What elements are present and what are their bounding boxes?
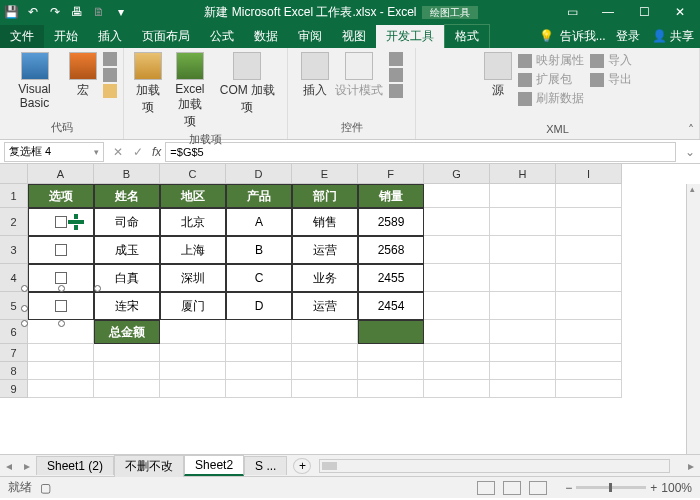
cell[interactable]	[490, 362, 556, 380]
cell[interactable]	[226, 362, 292, 380]
cell[interactable]	[358, 380, 424, 398]
visual-basic-button[interactable]: Visual Basic	[6, 52, 63, 110]
cell[interactable]	[292, 362, 358, 380]
cell[interactable]	[94, 344, 160, 362]
row-header-7[interactable]: 7	[0, 344, 28, 362]
vertical-scrollbar[interactable]	[686, 184, 700, 454]
row-header-8[interactable]: 8	[0, 362, 28, 380]
menu-tell-me[interactable]: 告诉我...	[556, 25, 610, 48]
refresh-data-button[interactable]: 刷新数据	[518, 90, 584, 107]
cell[interactable]	[490, 320, 556, 344]
cell-dept[interactable]: 业务	[292, 264, 358, 292]
scroll-right-icon[interactable]: ▸	[682, 459, 700, 473]
cell-sales[interactable]: 2568	[358, 236, 424, 264]
cell[interactable]	[490, 380, 556, 398]
cell[interactable]	[424, 292, 490, 320]
fx-icon[interactable]: fx	[152, 145, 161, 159]
cell[interactable]	[28, 320, 94, 344]
menu-review[interactable]: 审阅	[288, 25, 332, 48]
header-name[interactable]: 姓名	[94, 184, 160, 208]
formula-bar[interactable]: =$G$5	[165, 142, 676, 162]
cell[interactable]	[424, 236, 490, 264]
menu-format[interactable]: 格式	[444, 24, 490, 49]
cell[interactable]	[424, 264, 490, 292]
qat-dropdown-icon[interactable]: ▾	[114, 5, 128, 19]
cell[interactable]	[556, 320, 622, 344]
cell-product[interactable]: B	[226, 236, 292, 264]
checkbox-cell[interactable]	[28, 264, 94, 292]
cell[interactable]	[292, 344, 358, 362]
checkbox-icon[interactable]	[55, 216, 67, 228]
view-code-button[interactable]	[389, 68, 403, 82]
map-properties-button[interactable]: 映射属性	[518, 52, 584, 69]
cell[interactable]	[490, 264, 556, 292]
menu-share[interactable]: 👤 共享	[646, 25, 700, 48]
cell[interactable]	[490, 208, 556, 236]
cell-dept[interactable]: 运营	[292, 236, 358, 264]
menu-home[interactable]: 开始	[44, 25, 88, 48]
select-all-corner[interactable]	[0, 164, 28, 184]
cell[interactable]	[490, 184, 556, 208]
sheet-tab[interactable]: S ...	[244, 456, 287, 475]
cell[interactable]	[160, 320, 226, 344]
cell[interactable]	[226, 380, 292, 398]
cell[interactable]	[160, 344, 226, 362]
col-header-a[interactable]: A	[28, 164, 94, 184]
col-header-f[interactable]: F	[358, 164, 424, 184]
relative-ref-button[interactable]	[103, 68, 117, 82]
cell[interactable]	[358, 344, 424, 362]
xml-source-button[interactable]: 源	[484, 52, 512, 99]
col-header-c[interactable]: C	[160, 164, 226, 184]
cell[interactable]	[556, 264, 622, 292]
excel-addins-button[interactable]: Excel 加载项	[172, 52, 208, 130]
menu-developer[interactable]: 开发工具	[376, 25, 444, 48]
cell-region[interactable]: 上海	[160, 236, 226, 264]
normal-view-icon[interactable]	[477, 481, 495, 495]
menu-formula[interactable]: 公式	[200, 25, 244, 48]
macro-button[interactable]: 宏	[69, 52, 97, 99]
cell[interactable]	[28, 362, 94, 380]
record-macro-button[interactable]	[103, 52, 117, 66]
expansion-packs-button[interactable]: 扩展包	[518, 71, 584, 88]
cell-sales[interactable]: 2589	[358, 208, 424, 236]
col-header-h[interactable]: H	[490, 164, 556, 184]
page-break-view-icon[interactable]	[529, 481, 547, 495]
name-box[interactable]: 复选框 4	[4, 142, 104, 162]
col-header-g[interactable]: G	[424, 164, 490, 184]
close-icon[interactable]: ✕	[664, 2, 696, 22]
cell-total-value[interactable]	[358, 320, 424, 344]
tab-next-icon[interactable]: ▸	[18, 459, 36, 473]
checkbox-cell-selected[interactable]	[28, 292, 94, 320]
cell-region[interactable]: 北京	[160, 208, 226, 236]
cell[interactable]	[556, 344, 622, 362]
cell-product[interactable]: C	[226, 264, 292, 292]
menu-view[interactable]: 视图	[332, 25, 376, 48]
preview-icon[interactable]: 🗎	[92, 5, 106, 19]
cell[interactable]	[292, 380, 358, 398]
add-sheet-button[interactable]: +	[293, 458, 311, 474]
cell[interactable]	[94, 380, 160, 398]
row-header-2[interactable]: 2	[0, 208, 28, 236]
checkbox-icon[interactable]	[55, 244, 67, 256]
cell[interactable]	[358, 362, 424, 380]
checkbox-icon[interactable]	[55, 272, 67, 284]
header-sales[interactable]: 销量	[358, 184, 424, 208]
com-addins-button[interactable]: COM 加载项	[214, 52, 281, 116]
row-header-4[interactable]: 4	[0, 264, 28, 292]
cell[interactable]	[292, 320, 358, 344]
checkbox-icon[interactable]	[55, 300, 67, 312]
cell-sales[interactable]: 2454	[358, 292, 424, 320]
cell[interactable]	[160, 362, 226, 380]
cell-product[interactable]: A	[226, 208, 292, 236]
cell[interactable]	[226, 320, 292, 344]
maximize-icon[interactable]: ☐	[628, 2, 660, 22]
addins-button[interactable]: 加载项	[130, 52, 166, 116]
cell[interactable]	[556, 380, 622, 398]
col-header-d[interactable]: D	[226, 164, 292, 184]
cell-dept[interactable]: 销售	[292, 208, 358, 236]
save-icon[interactable]: 💾	[4, 5, 18, 19]
row-header-5[interactable]: 5	[0, 292, 28, 320]
zoom-out-icon[interactable]: −	[565, 481, 572, 495]
xml-import-button[interactable]: 导入	[590, 52, 632, 69]
cell-product[interactable]: D	[226, 292, 292, 320]
